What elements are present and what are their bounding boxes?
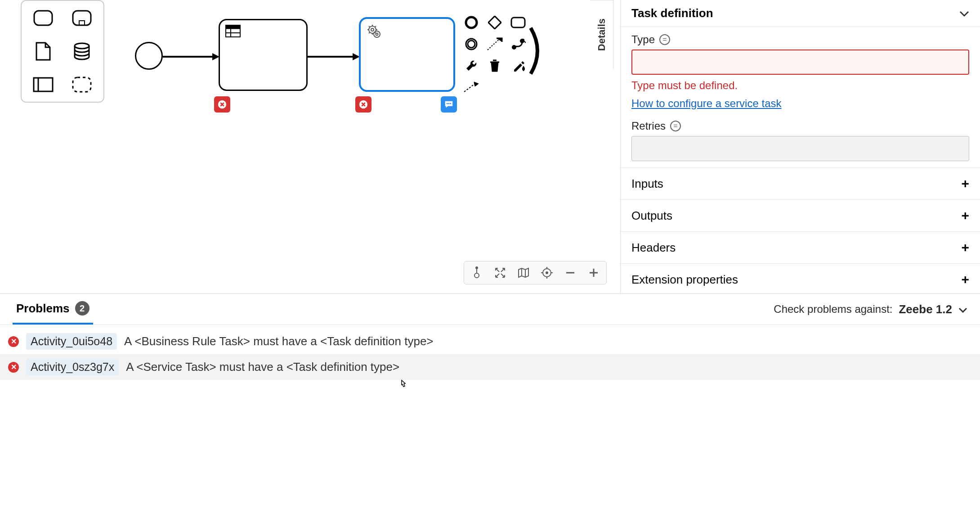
reset-origin-icon[interactable] — [469, 265, 485, 281]
problem-element-id: Activity_0sz3g7x — [26, 359, 119, 375]
fit-viewport-icon[interactable] — [492, 265, 508, 281]
plus-icon: + — [961, 176, 969, 191]
type-label: Type — [631, 33, 969, 46]
minimap-icon[interactable] — [515, 265, 532, 281]
palette — [21, 0, 104, 103]
retries-label: Retries — [631, 120, 969, 132]
svg-point-19 — [376, 33, 378, 36]
section-title: Task definition — [631, 6, 713, 20]
svg-point-17 — [371, 28, 374, 31]
svg-point-39 — [546, 272, 548, 274]
svg-point-18 — [374, 31, 380, 37]
problems-count-badge: 2 — [75, 301, 89, 316]
connect-icon[interactable] — [461, 77, 481, 97]
plus-icon: + — [961, 208, 969, 223]
append-task-icon[interactable] — [508, 13, 528, 32]
append-intermediate-event-icon[interactable] — [461, 34, 481, 54]
palette-data-object[interactable] — [25, 39, 61, 64]
trash-icon[interactable] — [485, 56, 505, 76]
svg-point-37 — [476, 267, 478, 269]
context-pad-expand-icon[interactable] — [527, 26, 545, 76]
svg-rect-6 — [73, 77, 91, 92]
palette-task[interactable] — [25, 5, 61, 31]
problem-message: A <Service Task> must have a <Task defin… — [126, 360, 399, 374]
append-gateway-icon[interactable] — [485, 13, 505, 32]
svg-marker-34 — [474, 82, 479, 86]
business-rule-icon — [225, 25, 241, 39]
svg-line-32 — [524, 41, 526, 43]
error-badge-task1[interactable] — [214, 96, 230, 113]
problem-row[interactable]: ✕ Activity_0sz3g7x A <Service Task> must… — [0, 354, 980, 380]
details-tab[interactable]: Details — [590, 0, 613, 69]
context-pad — [461, 13, 528, 97]
palette-subprocess[interactable] — [64, 5, 100, 31]
plus-icon: + — [961, 272, 969, 287]
zoom-bar — [464, 261, 607, 284]
problems-panel: Problems 2 Check problems against: Zeebe… — [0, 293, 980, 505]
svg-point-21 — [447, 103, 448, 104]
svg-point-3 — [75, 43, 89, 49]
chevron-down-icon — [958, 303, 967, 316]
problems-tab[interactable]: Problems 2 — [13, 294, 93, 325]
svg-rect-10 — [226, 25, 240, 29]
plus-icon: + — [961, 240, 969, 255]
svg-rect-4 — [34, 78, 53, 91]
help-link[interactable]: How to configure a service task — [631, 97, 781, 110]
svg-point-24 — [466, 17, 477, 28]
business-rule-task[interactable] — [219, 19, 308, 91]
gear-icon — [366, 23, 382, 41]
append-text-annotation-icon[interactable] — [485, 34, 505, 54]
center-icon[interactable] — [539, 265, 555, 281]
svg-rect-25 — [488, 16, 501, 29]
error-badge-task2[interactable] — [355, 96, 371, 113]
type-input[interactable] — [631, 50, 969, 75]
svg-line-33 — [464, 84, 475, 92]
inputs-section[interactable]: Inputs+ — [621, 167, 980, 199]
sequence-flow-1[interactable] — [163, 53, 219, 62]
problem-element-id: Activity_0ui5o48 — [26, 333, 117, 350]
problem-message: A <Business Rule Task> must have a <Task… — [124, 334, 433, 348]
check-against-selector[interactable]: Check problems against: Zeebe 1.2 — [774, 302, 967, 316]
feel-icon[interactable] — [670, 121, 681, 131]
problem-row[interactable]: ✕ Activity_0ui5o48 A <Business Rule Task… — [0, 329, 980, 354]
svg-point-28 — [468, 41, 475, 48]
zoom-in-icon[interactable] — [586, 265, 602, 281]
palette-data-store[interactable] — [64, 39, 100, 64]
wrench-icon[interactable] — [461, 56, 481, 76]
feel-icon[interactable] — [659, 34, 670, 45]
svg-point-29 — [512, 45, 516, 50]
headers-section[interactable]: Headers+ — [621, 231, 980, 263]
append-end-event-icon[interactable] — [461, 13, 481, 32]
svg-point-23 — [450, 103, 451, 104]
start-event[interactable] — [135, 42, 163, 70]
svg-rect-26 — [511, 18, 525, 27]
link-icon[interactable] — [508, 34, 528, 54]
task-definition-section[interactable]: Task definition — [621, 0, 980, 27]
palette-pool[interactable] — [25, 72, 61, 97]
svg-point-35 — [474, 273, 479, 278]
color-icon[interactable] — [508, 56, 528, 76]
palette-group[interactable] — [64, 72, 100, 97]
svg-rect-0 — [34, 11, 52, 25]
service-task[interactable] — [359, 17, 455, 92]
retries-input[interactable] — [631, 136, 969, 161]
zoom-out-icon[interactable] — [562, 265, 578, 281]
error-icon: ✕ — [8, 336, 19, 347]
extension-properties-section[interactable]: Extension properties+ — [621, 263, 980, 293]
outputs-section[interactable]: Outputs+ — [621, 199, 980, 231]
error-icon: ✕ — [8, 362, 19, 373]
chevron-down-icon — [959, 6, 969, 20]
diagram-canvas[interactable]: Details — [0, 0, 620, 293]
properties-panel: Task definition Type Type must be define… — [620, 0, 980, 293]
sequence-flow-2[interactable] — [308, 53, 360, 62]
svg-rect-1 — [73, 11, 91, 25]
svg-point-22 — [448, 103, 450, 104]
comment-badge[interactable] — [441, 96, 457, 113]
type-error-message: Type must be defined. — [631, 79, 969, 92]
